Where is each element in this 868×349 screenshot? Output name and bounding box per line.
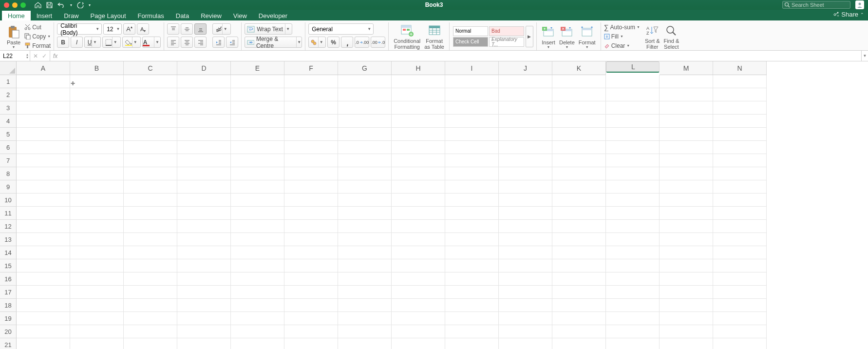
cell[interactable] [445, 246, 499, 259]
cell[interactable] [660, 194, 713, 207]
cell[interactable] [499, 246, 552, 259]
cell[interactable] [499, 128, 552, 141]
row-header[interactable]: 13 [0, 233, 17, 246]
cell[interactable] [606, 167, 660, 180]
row-header[interactable]: 3 [0, 101, 17, 115]
cell[interactable] [445, 154, 499, 167]
cell[interactable] [177, 75, 231, 88]
tab-view[interactable]: View [227, 11, 253, 20]
cell[interactable] [606, 325, 660, 338]
cell[interactable] [338, 180, 392, 194]
cell[interactable] [660, 180, 713, 194]
number-format-select[interactable]: General▼ [308, 23, 374, 35]
cell[interactable] [70, 312, 124, 325]
cell[interactable] [17, 128, 70, 141]
cell[interactable] [445, 180, 499, 194]
cell[interactable] [338, 75, 392, 88]
cell[interactable] [660, 325, 713, 338]
cell[interactable] [713, 180, 767, 194]
cell[interactable] [338, 207, 392, 220]
cell[interactable] [231, 75, 284, 88]
cell[interactable] [284, 259, 338, 272]
cell[interactable] [392, 299, 445, 312]
cell[interactable] [177, 141, 231, 154]
cell[interactable] [713, 115, 767, 128]
cell[interactable] [284, 286, 338, 299]
styles-more-button[interactable]: ▶ [526, 26, 533, 47]
cell[interactable] [660, 141, 713, 154]
cell[interactable] [231, 338, 284, 349]
search-input[interactable] [792, 2, 850, 8]
row-header[interactable]: 12 [0, 220, 17, 233]
cell[interactable] [660, 128, 713, 141]
cell[interactable] [499, 75, 552, 88]
cell[interactable] [445, 194, 499, 207]
cell[interactable] [338, 101, 392, 115]
column-header[interactable]: C [124, 61, 177, 75]
cell[interactable] [606, 272, 660, 286]
cell[interactable] [177, 246, 231, 259]
cell[interactable] [284, 233, 338, 246]
cell[interactable] [177, 286, 231, 299]
cell[interactable] [499, 338, 552, 349]
cell[interactable] [713, 167, 767, 180]
cell[interactable] [392, 167, 445, 180]
cell[interactable] [231, 154, 284, 167]
cell[interactable] [177, 101, 231, 115]
minimize-window-icon[interactable] [12, 2, 18, 8]
cell[interactable] [445, 141, 499, 154]
cell[interactable] [499, 101, 552, 115]
cell[interactable] [284, 128, 338, 141]
row-header[interactable]: 16 [0, 272, 17, 286]
cell[interactable] [499, 259, 552, 272]
cell[interactable] [499, 115, 552, 128]
cell[interactable] [177, 128, 231, 141]
cell[interactable] [606, 338, 660, 349]
cell[interactable] [70, 167, 124, 180]
cell[interactable] [606, 233, 660, 246]
cell[interactable] [392, 128, 445, 141]
cell[interactable] [284, 325, 338, 338]
cell[interactable] [338, 220, 392, 233]
cell[interactable] [177, 272, 231, 286]
row-header[interactable]: 17 [0, 286, 17, 299]
row-header[interactable]: 6 [0, 141, 17, 154]
cell[interactable] [70, 154, 124, 167]
cell[interactable] [660, 259, 713, 272]
cell[interactable] [445, 167, 499, 180]
font-name-select[interactable]: Calibri (Body)▼ [57, 23, 102, 35]
cell[interactable] [713, 286, 767, 299]
row-header[interactable]: 19 [0, 312, 17, 325]
cell[interactable] [177, 233, 231, 246]
bold-button[interactable]: B [57, 37, 69, 48]
cell[interactable] [660, 101, 713, 115]
cell[interactable] [713, 101, 767, 115]
row-header[interactable]: 2 [0, 88, 17, 101]
cell[interactable] [284, 141, 338, 154]
cell[interactable] [17, 75, 70, 88]
cell[interactable] [338, 272, 392, 286]
cell[interactable] [606, 194, 660, 207]
tab-insert[interactable]: Insert [31, 11, 58, 20]
cell[interactable] [177, 299, 231, 312]
cell[interactable] [17, 299, 70, 312]
cell[interactable] [499, 299, 552, 312]
cell[interactable] [660, 154, 713, 167]
cell[interactable] [499, 312, 552, 325]
cell[interactable] [70, 180, 124, 194]
cell[interactable] [338, 325, 392, 338]
cell[interactable] [124, 259, 177, 272]
cell[interactable] [713, 299, 767, 312]
cell[interactable] [338, 338, 392, 349]
cell[interactable] [284, 220, 338, 233]
cell[interactable] [499, 88, 552, 101]
tab-data[interactable]: Data [170, 11, 195, 20]
increase-indent-button[interactable] [226, 37, 238, 48]
cell[interactable] [124, 207, 177, 220]
cell[interactable] [552, 167, 606, 180]
cell[interactable] [713, 75, 767, 88]
cell[interactable] [177, 259, 231, 272]
cell[interactable] [338, 246, 392, 259]
row-header[interactable]: 10 [0, 194, 17, 207]
row-header[interactable]: 14 [0, 246, 17, 259]
